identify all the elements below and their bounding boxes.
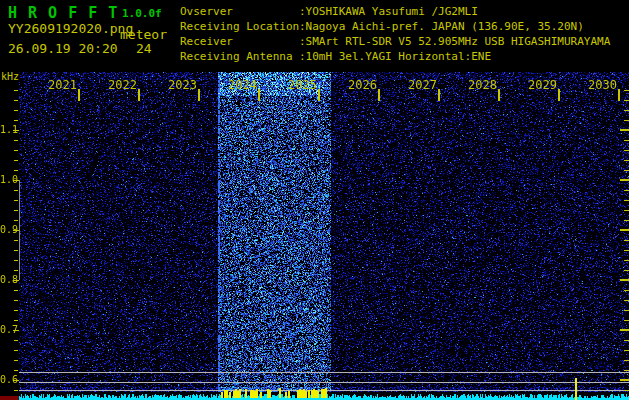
freq-minor-tick [14,240,18,241]
freq-minor-tick [14,300,18,301]
freq-minor-tick [14,210,18,211]
station-info-block: Ovserver:YOSHIKAWA Yasufumi /JG2MLIRecei… [180,4,610,64]
station-info-label: Ovserver [180,4,299,19]
freq-minor-tick [14,360,18,361]
station-info-label: Receiver [180,34,299,49]
station-info-line-3: Receiving Antenna:10mH 3el.YAGI Horizont… [180,49,610,64]
freq-tick-label: 1.1 [0,125,13,135]
freq-minor-tick [14,260,18,261]
freq-minor-tick [14,390,18,391]
freq-minor-tick [14,250,18,251]
freq-minor-tick [14,340,18,341]
freq-minor-tick [14,350,18,351]
freq-minor-tick [14,310,18,311]
freq-minor-tick [14,160,18,161]
station-info-label: Receiving Antenna [180,49,299,64]
app-title: H R O F F T [8,4,118,22]
freq-minor-tick [14,150,18,151]
freq-minor-tick [14,220,18,221]
freq-tick-label: 0.8 [0,275,13,285]
station-info-label: Receiving Location [180,19,299,34]
mode-label: meteor [120,27,167,42]
datetime-label: 26.09.19 20:20 [8,41,118,56]
freq-tick-label: 0.9 [0,225,13,235]
freq-tick-label: 0.6 [0,375,13,385]
freq-minor-tick [14,370,18,371]
freq-minor-tick [14,110,18,111]
freq-minor-tick [14,190,18,191]
status-corner-red-bar [0,396,19,400]
hrofft-window: H R O F F T 1.0.0f YY2609192020.png mete… [0,0,629,400]
station-info-value: :SMArt RTL-SDR V5 52.905MHz USB HIGASHIM… [299,34,610,49]
freq-minor-tick [14,170,18,171]
freq-minor-tick [14,90,18,91]
freq-minor-tick [14,290,18,291]
spectrogram-canvas [19,72,629,400]
app-version: 1.0.0f [122,7,162,20]
station-info-value: :YOSHIKAWA Yasufumi /JG2MLI [299,4,478,19]
freq-minor-tick [14,120,18,121]
freq-minor-tick [14,140,18,141]
meteor-count-label: 24 [136,41,152,56]
freq-tick-label: 1.0 [0,175,13,185]
station-info-line-1: Receiving Location:Nagoya Aichi-pref. JA… [180,19,610,34]
station-info-value: :Nagoya Aichi-pref. JAPAN (136.90E, 35.2… [299,19,584,34]
station-info-value: :10mH 3el.YAGI Horizontal:ENE [299,49,491,64]
station-info-line-0: Ovserver:YOSHIKAWA Yasufumi /JG2MLI [180,4,610,19]
freq-minor-tick [14,270,18,271]
filename-label: YY2609192020.png [8,21,133,36]
freq-minor-tick [14,320,18,321]
station-info-line-2: Receiver:SMArt RTL-SDR V5 52.905MHz USB … [180,34,610,49]
freq-minor-tick [14,200,18,201]
freq-axis-unit: kHz [1,71,19,82]
freq-tick-label: 0.7 [0,325,13,335]
freq-minor-tick [14,100,18,101]
